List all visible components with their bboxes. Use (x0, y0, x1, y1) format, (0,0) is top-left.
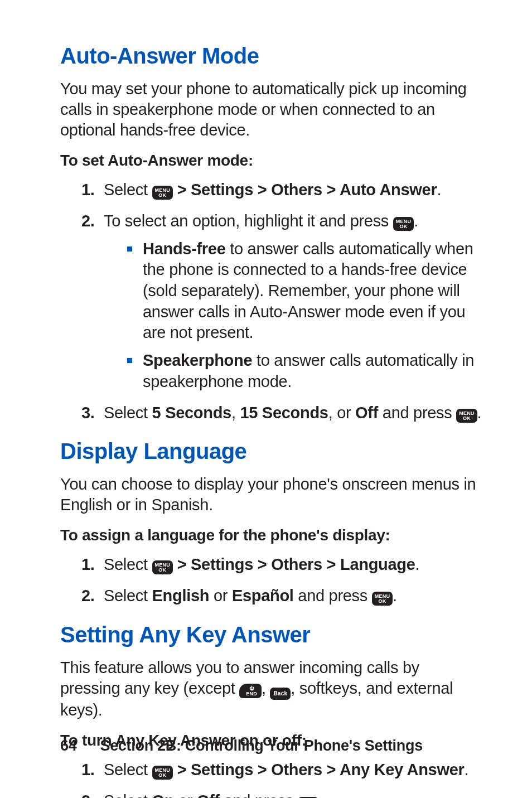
opt: Off (197, 792, 220, 798)
step: Select English or Español and press MENU… (81, 586, 482, 607)
t: Select (104, 792, 152, 798)
steps-any-key-answer: Select MENUOK > Settings > Others > Any … (60, 760, 482, 798)
page: Auto-Answer Mode You may set your phone … (0, 0, 532, 798)
opt: English (152, 587, 210, 604)
step: Select 5 Seconds, 15 Seconds, or Off and… (81, 403, 482, 424)
lead: Speakerphone (143, 351, 252, 369)
t: , or (328, 404, 355, 422)
step: Select MENUOK > Settings > Others > Any … (81, 760, 482, 781)
intro-display-language: You can choose to display your phone's o… (60, 474, 482, 515)
period: . (393, 587, 397, 604)
path: > Settings > Others > Language (173, 555, 415, 573)
menu-ok-key-icon: MENUOK (152, 766, 173, 780)
t: and press (378, 404, 456, 422)
menu-ok-key-icon: MENUOK (152, 560, 173, 574)
t: and press (294, 587, 372, 604)
end-key-icon: ⏻END (239, 684, 262, 698)
menu-ok-key-icon: MENUOK (393, 217, 414, 231)
t: or (174, 792, 197, 798)
period: . (318, 792, 323, 798)
steps-auto-answer: Select MENUOK > Settings > Others > Auto… (60, 180, 482, 423)
subhead-display-language: To assign a language for the phone's dis… (60, 526, 482, 544)
subhead-auto-answer: To set Auto-Answer mode: (60, 152, 482, 170)
step: To select an option, highlight it and pr… (81, 211, 482, 393)
intro-any-key-answer: This feature allows you to answer incomi… (60, 657, 482, 720)
path: > Settings > Others > Auto Answer (173, 181, 437, 199)
text: To select an option, highlight it and pr… (104, 212, 393, 230)
menu-ok-key-icon: MENUOK (152, 186, 173, 200)
period: . (414, 212, 418, 230)
opt: Off (355, 404, 378, 422)
period: . (477, 404, 482, 422)
t: and press (220, 792, 298, 798)
step: Select MENUOK > Settings > Others > Auto… (81, 180, 482, 201)
t: Select (104, 404, 152, 422)
intro-auto-answer: You may set your phone to automatically … (60, 79, 482, 141)
t: Select (104, 587, 152, 604)
text: Select (104, 761, 152, 778)
opt: On (152, 792, 175, 798)
period: . (415, 555, 420, 573)
step: Select On or Off and press MENUOK. (81, 791, 482, 798)
opt: Español (232, 587, 294, 604)
heading-any-key-answer: Setting Any Key Answer (60, 622, 482, 647)
period: . (437, 181, 441, 199)
opt: 5 Seconds (152, 404, 231, 422)
text: Select (104, 555, 152, 573)
bullet-hands-free: Hands-free to answer calls automatically… (127, 239, 482, 344)
opt: 15 Seconds (240, 404, 328, 422)
steps-display-language: Select MENUOK > Settings > Others > Lang… (60, 554, 482, 606)
bullet-speakerphone: Speakerphone to answer calls automatical… (127, 350, 482, 392)
back-key-icon: Back (270, 688, 291, 700)
heading-auto-answer: Auto-Answer Mode (60, 43, 482, 69)
bullets: Hands-free to answer calls automatically… (104, 239, 482, 393)
footer-title: Section 2B: Controlling Your Phone's Set… (100, 737, 422, 754)
t: , (231, 404, 240, 422)
step: Select MENUOK > Settings > Others > Lang… (81, 554, 482, 575)
lead: Hands-free (143, 240, 226, 258)
path: > Settings > Others > Any Key Answer (173, 761, 465, 778)
heading-display-language: Display Language (60, 439, 482, 464)
t: , (262, 679, 270, 697)
period: . (465, 761, 469, 778)
menu-ok-key-icon: MENUOK (456, 409, 477, 423)
t: or (209, 587, 232, 604)
page-number: 64 (60, 737, 76, 755)
text: Select (104, 181, 152, 199)
menu-ok-key-icon: MENUOK (372, 592, 393, 606)
page-footer: 64Section 2B: Controlling Your Phone's S… (60, 737, 423, 755)
